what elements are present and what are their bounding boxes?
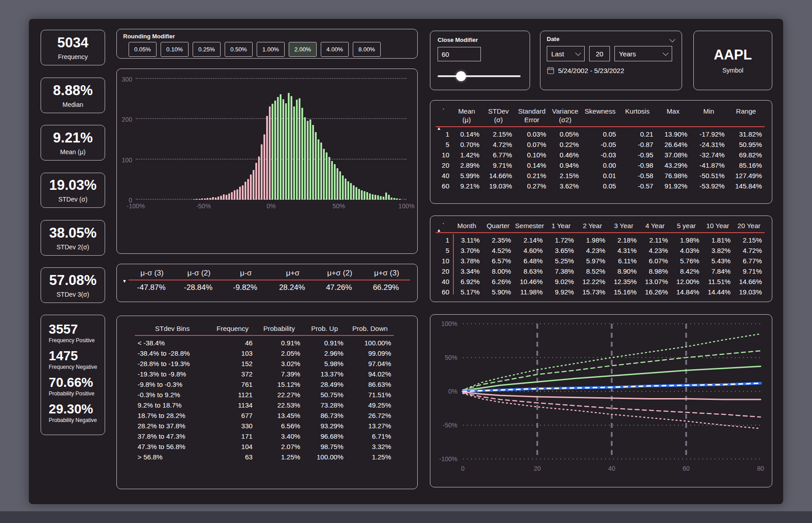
table-cell: 2.96% — [303, 348, 346, 358]
table-cell: -0.98 — [619, 160, 656, 170]
column-header[interactable]: Min — [690, 106, 728, 125]
column-header[interactable]: Skewness — [581, 106, 619, 125]
projection-x-tick: 0 — [461, 465, 465, 472]
column-header[interactable]: Variance (σ2) — [549, 106, 581, 125]
column-header[interactable]: 5 year — [671, 220, 702, 231]
dashboard: 5034 Frequency 8.88% Median 9.21% Mean (… — [0, 0, 812, 523]
table-cell: 4.03% — [671, 245, 702, 256]
table-cell: 47.26% — [316, 282, 363, 293]
table-cell: 6.77% — [482, 150, 515, 160]
column-header[interactable]: STDev (σ) — [482, 106, 515, 125]
histogram-bar — [301, 108, 303, 200]
column-header[interactable]: Frequency — [210, 323, 255, 334]
column-header[interactable]: μ+σ (2) — [316, 268, 363, 278]
rounding-option-0.10%[interactable]: 0.10% — [161, 42, 189, 57]
rounding-option-0.25%[interactable]: 0.25% — [193, 42, 221, 57]
sort-descending-icon[interactable]: ▼ — [122, 279, 127, 284]
slider-track[interactable] — [438, 75, 521, 77]
column-header[interactable]: Range — [727, 106, 765, 125]
table-cell: 1.98% — [671, 235, 702, 245]
table-cell: -41.87% — [690, 160, 728, 170]
histogram-x-axis: -100%-50%0%50%100% — [136, 202, 406, 211]
column-header[interactable]: Prob. Up — [303, 323, 346, 334]
column-header[interactable]: 10 Year — [702, 220, 733, 231]
sort-ascending-icon[interactable]: ▲ — [437, 228, 441, 233]
row-label: 20 — [436, 160, 451, 170]
histogram-bar — [347, 181, 349, 200]
column-header[interactable]: 20 Year — [734, 220, 765, 231]
column-header[interactable]: Max — [656, 106, 690, 125]
column-header[interactable]: μ+σ (3) — [363, 268, 410, 278]
rounding-modifier-card: Rounding Modifier 0.05%0.10%0.25%0.50%1.… — [116, 29, 418, 59]
column-header[interactable]: 4 Year — [639, 220, 670, 231]
table-cell: 4.72% — [482, 139, 515, 150]
close-modifier-title: Close Modifier — [438, 37, 522, 43]
table-cell: 6.56% — [255, 421, 303, 431]
close-modifier-slider[interactable] — [438, 71, 522, 81]
column-header[interactable]: 3 Year — [608, 220, 639, 231]
table-cell: 4.72% — [734, 245, 765, 256]
frequency-positive-value: 3557 — [49, 322, 105, 336]
column-header[interactable]: Probability — [255, 323, 303, 334]
kpi-value: 8.88% — [53, 83, 93, 98]
column-header[interactable]: μ-σ (2) — [175, 268, 222, 278]
column-header[interactable]: Kurtosis — [619, 106, 656, 125]
sort-ascending-icon[interactable]: ▲ — [437, 126, 441, 131]
table-cell: 2.15% — [482, 129, 515, 139]
column-header[interactable]: μ-σ — [222, 268, 269, 278]
histogram-bar — [388, 195, 390, 200]
row-label: 1 — [436, 235, 451, 245]
rounding-option-2.00%[interactable]: 2.00% — [289, 42, 317, 57]
date-count-input[interactable] — [589, 46, 610, 61]
header-underline — [436, 232, 765, 233]
column-header[interactable]: Month — [451, 220, 482, 231]
column-header[interactable]: Semester — [514, 220, 545, 231]
table-cell: 14.66% — [734, 276, 765, 287]
table-cell: 13.37% — [303, 369, 346, 379]
histogram-bar — [383, 197, 384, 200]
column-header[interactable]: STdev Bins — [135, 323, 210, 334]
table-cell: 2.35% — [482, 235, 513, 245]
column-header[interactable]: Standard Error — [515, 106, 549, 125]
table-cell: 2.05% — [255, 348, 303, 358]
date-unit-select[interactable]: Years — [614, 46, 672, 61]
table-cell: -9.82% — [222, 282, 269, 293]
chevron-down-icon — [575, 50, 581, 56]
rounding-option-4.00%[interactable]: 4.00% — [321, 42, 349, 57]
histogram-bar — [337, 168, 338, 200]
table-cell: 98.75% — [303, 441, 346, 452]
rounding-option-1.00%[interactable]: 1.00% — [257, 42, 285, 57]
column-header[interactable]: μ-σ (3) — [129, 268, 175, 278]
table-cell: 37.8% to 47.3% — [135, 431, 210, 441]
table-cell: 5.98% — [303, 358, 346, 369]
table-cell: 22.53% — [255, 400, 303, 410]
column-header[interactable]: Prob. Down — [346, 323, 394, 334]
table-cell: 0.22% — [549, 139, 581, 150]
histogram-bar — [231, 192, 233, 200]
close-modifier-input[interactable] — [438, 47, 481, 61]
table-cell: 8.42% — [671, 266, 702, 276]
table-cell: 3.82% — [702, 245, 733, 256]
column-header[interactable]: Quarter — [482, 220, 513, 231]
kpi-stdev2-card: 38.05% STDev 2(σ) — [41, 220, 105, 256]
table-cell: 50.75% — [303, 390, 346, 400]
histogram-bar — [239, 187, 241, 200]
histogram-x-tick: -50% — [196, 202, 211, 210]
stdev-bins-table: STdev BinsFrequencyProbabilityProb. UpPr… — [135, 323, 394, 462]
calendar-icon — [547, 67, 554, 74]
date-mode-select[interactable]: Last — [547, 46, 585, 61]
rounding-option-8.00%[interactable]: 8.00% — [353, 42, 381, 57]
table-cell: 3.70% — [451, 245, 482, 256]
table-corner-header[interactable]: ` — [436, 106, 451, 125]
table-cell: -24.31% — [690, 139, 728, 150]
rounding-option-0.50%[interactable]: 0.50% — [225, 42, 253, 57]
column-header[interactable]: 1 Year — [545, 220, 577, 231]
chevron-down-icon — [663, 50, 669, 56]
slider-thumb[interactable] — [456, 71, 466, 81]
table-cell: -28.8% to -19.3% — [135, 358, 210, 369]
table-cell: 15.16% — [608, 287, 639, 297]
rounding-option-0.05%[interactable]: 0.05% — [129, 42, 157, 57]
column-header[interactable]: 2 Year — [577, 220, 608, 231]
column-header[interactable]: Mean (μ) — [451, 106, 482, 125]
column-header[interactable]: μ+σ — [269, 268, 316, 278]
